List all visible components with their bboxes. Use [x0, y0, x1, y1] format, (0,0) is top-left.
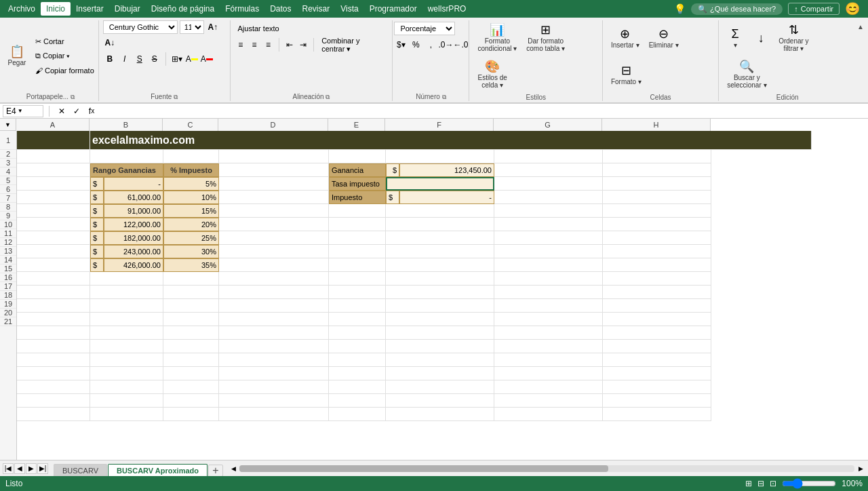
cell-B3-header[interactable]: Rango Ganancias: [90, 163, 163, 177]
wrap-text-button[interactable]: Ajustar texto: [235, 22, 283, 35]
menu-insertar[interactable]: Insertar: [71, 2, 109, 16]
cell-A14[interactable]: [17, 313, 90, 326]
cell-D9[interactable]: [219, 245, 329, 258]
menu-programador[interactable]: Programador: [364, 2, 422, 16]
cell-F20[interactable]: [386, 394, 494, 408]
row-num-20[interactable]: 20: [0, 309, 16, 317]
cell-F19[interactable]: [386, 380, 494, 394]
indent-increase-button[interactable]: ⇥: [297, 38, 309, 52]
cell-E2[interactable]: [329, 150, 386, 163]
cell-B2[interactable]: [90, 150, 163, 163]
cell-C9-pct[interactable]: 30%: [163, 245, 219, 258]
cell-D4[interactable]: [219, 177, 329, 191]
col-header-C[interactable]: C: [163, 119, 218, 131]
view-pagebreak-icon[interactable]: ⊡: [770, 479, 776, 488]
cell-G12[interactable]: [494, 286, 603, 299]
confirm-formula-button[interactable]: ✓: [70, 104, 83, 118]
cell-B13[interactable]: [90, 299, 163, 313]
row-num-14[interactable]: 14: [0, 256, 16, 264]
sheet-tab-buscarv-aprox[interactable]: BUSCARV Aproximado: [108, 464, 208, 477]
cell-reference-box[interactable]: E4 ▼: [3, 105, 43, 117]
find-select-button[interactable]: 🔍 Buscar yseleccionar ▾: [723, 57, 770, 92]
cell-A8[interactable]: [17, 231, 90, 245]
cell-C6-pct[interactable]: 15%: [163, 204, 219, 218]
cell-H7[interactable]: [603, 218, 711, 231]
cell-D6[interactable]: [219, 204, 329, 218]
cell-H13[interactable]: [603, 299, 711, 313]
cell-B1-title[interactable]: excelalmaximo.com: [90, 131, 812, 150]
cell-E18[interactable]: [329, 367, 386, 380]
cell-F3-dollar[interactable]: $: [386, 163, 399, 177]
cell-C3-header[interactable]: % Impuesto: [163, 163, 219, 177]
decimal-decrease-button[interactable]: ←.0: [454, 38, 467, 52]
cell-C15[interactable]: [163, 326, 219, 340]
cell-A20[interactable]: [17, 394, 90, 408]
col-header-F[interactable]: F: [385, 119, 494, 131]
next-sheet-button[interactable]: ▶: [26, 463, 37, 474]
cell-C7-pct[interactable]: 20%: [163, 218, 219, 231]
cell-D21[interactable]: [219, 408, 329, 421]
row-num-1[interactable]: 1: [0, 131, 16, 150]
cell-H9[interactable]: [603, 245, 711, 258]
cell-F3-value[interactable]: 123,450.00: [399, 163, 494, 177]
row-num-8[interactable]: 8: [0, 203, 16, 212]
cell-D13[interactable]: [219, 299, 329, 313]
cell-B20[interactable]: [90, 394, 163, 408]
cell-F21[interactable]: [386, 408, 494, 421]
cell-A5[interactable]: [17, 191, 90, 204]
fill-button[interactable]: ↓: [749, 20, 773, 56]
cell-G16[interactable]: [494, 340, 603, 353]
lightbulb-icon[interactable]: 💡: [674, 3, 686, 14]
cell-H19[interactable]: [603, 380, 711, 394]
cell-A2[interactable]: [17, 150, 90, 163]
cell-G5[interactable]: [494, 191, 603, 204]
cell-F5-dollar[interactable]: $: [386, 191, 399, 204]
cell-B17[interactable]: [90, 353, 163, 367]
cell-A13[interactable]: [17, 299, 90, 313]
cell-A4[interactable]: [17, 177, 90, 191]
row-num-9[interactable]: 9: [0, 212, 16, 220]
cell-H11[interactable]: [603, 272, 711, 286]
cell-F13[interactable]: [386, 299, 494, 313]
scroll-right-button[interactable]: ▶: [856, 464, 865, 473]
cell-A3[interactable]: [17, 163, 90, 177]
cell-C21[interactable]: [163, 408, 219, 421]
ribbon-collapse[interactable]: ▲: [856, 20, 865, 101]
cell-B14[interactable]: [90, 313, 163, 326]
cell-A7[interactable]: [17, 218, 90, 231]
cell-E5-impuesto[interactable]: Impuesto: [329, 191, 386, 204]
search-box[interactable]: 🔍 ¿Qué desea hacer?: [691, 3, 783, 15]
cell-D5[interactable]: [219, 191, 329, 204]
cell-ref-dropdown[interactable]: ▼: [18, 108, 23, 114]
cell-B16[interactable]: [90, 340, 163, 353]
row-num-6[interactable]: 6: [0, 185, 16, 194]
cell-C4-pct[interactable]: 5%: [163, 177, 219, 191]
cell-H5[interactable]: [603, 191, 711, 204]
cell-A10[interactable]: [17, 258, 90, 272]
cell-C18[interactable]: [163, 367, 219, 380]
cell-B6-value[interactable]: 91,000.00: [104, 204, 163, 218]
cell-E15[interactable]: [329, 326, 386, 340]
col-header-G[interactable]: G: [494, 119, 602, 131]
cell-E16[interactable]: [329, 340, 386, 353]
cell-B5-value[interactable]: 61,000.00: [104, 191, 163, 204]
menu-vista[interactable]: Vista: [335, 2, 363, 16]
cell-C11[interactable]: [163, 272, 219, 286]
cell-A21[interactable]: [17, 408, 90, 421]
cell-F7[interactable]: [386, 218, 494, 231]
row-num-7[interactable]: 7: [0, 194, 16, 203]
cell-G4[interactable]: [494, 177, 603, 191]
cell-F8[interactable]: [386, 231, 494, 245]
copy-button[interactable]: ⧉ Copiar ▾: [32, 50, 98, 63]
cell-E21[interactable]: [329, 408, 386, 421]
cell-C2[interactable]: [163, 150, 219, 163]
menu-diseno[interactable]: Diseño de página: [146, 2, 220, 16]
menu-wellspro[interactable]: wellsrPRO: [422, 2, 472, 16]
align-left-button[interactable]: ≡: [235, 38, 247, 52]
row-num-15[interactable]: 15: [0, 264, 16, 273]
cell-F11[interactable]: [386, 272, 494, 286]
cell-G19[interactable]: [494, 380, 603, 394]
cell-G20[interactable]: [494, 394, 603, 408]
cell-C8-pct[interactable]: 25%: [163, 231, 219, 245]
strikethrough-button[interactable]: S: [148, 52, 161, 66]
